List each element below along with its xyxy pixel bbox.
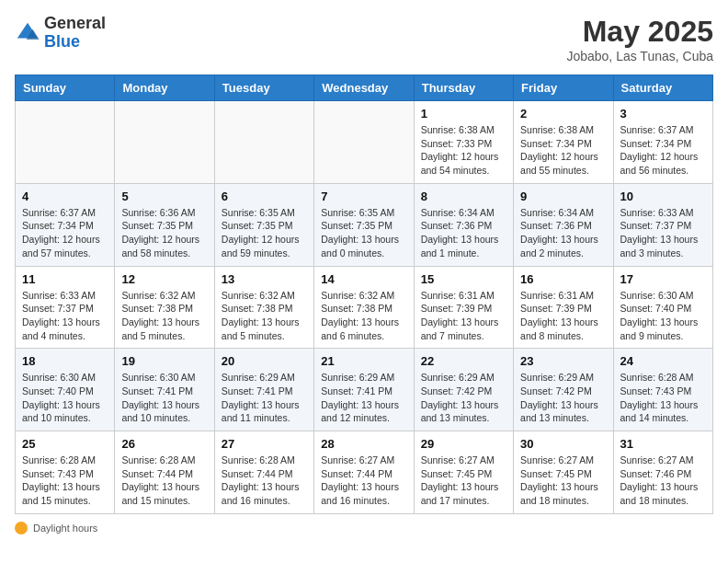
day-info: Sunrise: 6:29 AM Sunset: 7:42 PM Dayligh… (520, 371, 606, 425)
day-info: Sunrise: 6:30 AM Sunset: 7:40 PM Dayligh… (620, 289, 706, 343)
day-number: 24 (620, 354, 706, 368)
day-cell: 15Sunrise: 6:31 AM Sunset: 7:39 PM Dayli… (414, 266, 513, 349)
logo-general: General (44, 14, 106, 32)
day-cell: 29Sunrise: 6:27 AM Sunset: 7:45 PM Dayli… (414, 431, 513, 514)
day-cell: 28Sunrise: 6:27 AM Sunset: 7:44 PM Dayli… (314, 431, 414, 514)
day-cell: 26Sunrise: 6:28 AM Sunset: 7:44 PM Dayli… (115, 431, 214, 514)
day-number: 5 (121, 190, 207, 203)
day-info: Sunrise: 6:30 AM Sunset: 7:40 PM Dayligh… (22, 371, 108, 425)
day-cell: 3Sunrise: 6:37 AM Sunset: 7:34 PM Daylig… (613, 101, 712, 184)
day-cell: 9Sunrise: 6:34 AM Sunset: 7:36 PM Daylig… (514, 183, 613, 266)
day-number: 10 (620, 190, 706, 203)
title-area: May 2025 Jobabo, Las Tunas, Cuba (566, 15, 713, 63)
day-info: Sunrise: 6:38 AM Sunset: 7:34 PM Dayligh… (520, 123, 606, 178)
location: Jobabo, Las Tunas, Cuba (566, 49, 713, 63)
day-number: 17 (620, 272, 706, 286)
day-cell (214, 101, 313, 184)
day-number: 25 (22, 437, 108, 451)
day-info: Sunrise: 6:29 AM Sunset: 7:42 PM Dayligh… (421, 371, 506, 425)
day-cell: 11Sunrise: 6:33 AM Sunset: 7:37 PM Dayli… (16, 266, 115, 349)
calendar-table: SundayMondayTuesdayWednesdayThursdayFrid… (15, 75, 713, 514)
day-number: 4 (22, 190, 108, 203)
day-number: 2 (520, 107, 606, 121)
day-cell: 19Sunrise: 6:30 AM Sunset: 7:41 PM Dayli… (115, 349, 214, 431)
day-number: 27 (222, 437, 307, 451)
day-number: 26 (121, 437, 207, 451)
logo-blue: Blue (44, 32, 80, 51)
day-cell (314, 101, 414, 184)
day-cell: 25Sunrise: 6:28 AM Sunset: 7:43 PM Dayli… (16, 431, 115, 514)
day-info: Sunrise: 6:34 AM Sunset: 7:36 PM Dayligh… (520, 206, 606, 260)
day-info: Sunrise: 6:27 AM Sunset: 7:46 PM Dayligh… (620, 454, 706, 508)
day-cell: 2Sunrise: 6:38 AM Sunset: 7:34 PM Daylig… (514, 101, 613, 184)
day-cell: 8Sunrise: 6:34 AM Sunset: 7:36 PM Daylig… (414, 183, 513, 266)
day-info: Sunrise: 6:34 AM Sunset: 7:36 PM Dayligh… (421, 206, 506, 260)
day-cell: 7Sunrise: 6:35 AM Sunset: 7:35 PM Daylig… (314, 183, 414, 266)
day-cell: 17Sunrise: 6:30 AM Sunset: 7:40 PM Dayli… (613, 266, 712, 349)
footer-note: Daylight hours (15, 522, 713, 534)
day-number: 6 (222, 190, 307, 203)
day-number: 1 (421, 107, 506, 121)
calendar-header-tuesday: Tuesday (214, 75, 313, 101)
week-row-5: 25Sunrise: 6:28 AM Sunset: 7:43 PM Dayli… (16, 431, 713, 514)
day-number: 28 (321, 437, 406, 451)
day-number: 7 (321, 190, 406, 203)
day-cell: 10Sunrise: 6:33 AM Sunset: 7:37 PM Dayli… (613, 183, 712, 266)
day-info: Sunrise: 6:31 AM Sunset: 7:39 PM Dayligh… (421, 289, 506, 343)
calendar-header-row: SundayMondayTuesdayWednesdayThursdayFrid… (16, 75, 713, 101)
day-number: 20 (222, 354, 307, 368)
day-info: Sunrise: 6:35 AM Sunset: 7:35 PM Dayligh… (222, 206, 307, 260)
day-cell: 20Sunrise: 6:29 AM Sunset: 7:41 PM Dayli… (214, 349, 313, 431)
day-cell: 18Sunrise: 6:30 AM Sunset: 7:40 PM Dayli… (16, 349, 115, 431)
day-info: Sunrise: 6:38 AM Sunset: 7:33 PM Dayligh… (421, 123, 506, 178)
calendar-header-sunday: Sunday (16, 75, 115, 101)
calendar-header-monday: Monday (115, 75, 214, 101)
day-info: Sunrise: 6:36 AM Sunset: 7:35 PM Dayligh… (121, 206, 207, 260)
logo-icon (15, 20, 40, 46)
month-title: May 2025 (566, 15, 713, 49)
header: General Blue May 2025 Jobabo, Las Tunas,… (15, 15, 713, 63)
day-cell: 23Sunrise: 6:29 AM Sunset: 7:42 PM Dayli… (514, 349, 613, 431)
day-info: Sunrise: 6:27 AM Sunset: 7:45 PM Dayligh… (421, 454, 506, 508)
day-number: 16 (520, 272, 606, 286)
calendar-header-thursday: Thursday (414, 75, 513, 101)
day-cell (115, 101, 214, 184)
day-cell: 31Sunrise: 6:27 AM Sunset: 7:46 PM Dayli… (613, 431, 712, 514)
day-info: Sunrise: 6:33 AM Sunset: 7:37 PM Dayligh… (620, 206, 706, 260)
day-info: Sunrise: 6:29 AM Sunset: 7:41 PM Dayligh… (321, 371, 406, 425)
week-row-1: 1Sunrise: 6:38 AM Sunset: 7:33 PM Daylig… (16, 101, 713, 184)
day-info: Sunrise: 6:28 AM Sunset: 7:43 PM Dayligh… (620, 371, 706, 425)
day-number: 15 (421, 272, 506, 286)
sun-icon (15, 522, 28, 534)
day-cell: 6Sunrise: 6:35 AM Sunset: 7:35 PM Daylig… (214, 183, 313, 266)
day-number: 31 (620, 437, 706, 451)
day-cell: 30Sunrise: 6:27 AM Sunset: 7:45 PM Dayli… (514, 431, 613, 514)
day-cell: 1Sunrise: 6:38 AM Sunset: 7:33 PM Daylig… (414, 101, 513, 184)
day-info: Sunrise: 6:35 AM Sunset: 7:35 PM Dayligh… (321, 206, 406, 260)
day-info: Sunrise: 6:37 AM Sunset: 7:34 PM Dayligh… (620, 123, 706, 178)
day-number: 18 (22, 354, 108, 368)
day-cell (16, 101, 115, 184)
day-cell: 12Sunrise: 6:32 AM Sunset: 7:38 PM Dayli… (115, 266, 214, 349)
day-cell: 5Sunrise: 6:36 AM Sunset: 7:35 PM Daylig… (115, 183, 214, 266)
day-number: 19 (121, 354, 207, 368)
day-info: Sunrise: 6:28 AM Sunset: 7:44 PM Dayligh… (121, 454, 207, 508)
day-info: Sunrise: 6:28 AM Sunset: 7:44 PM Dayligh… (222, 454, 307, 508)
day-cell: 22Sunrise: 6:29 AM Sunset: 7:42 PM Dayli… (414, 349, 513, 431)
day-number: 14 (321, 272, 406, 286)
day-info: Sunrise: 6:33 AM Sunset: 7:37 PM Dayligh… (22, 289, 108, 343)
day-cell: 24Sunrise: 6:28 AM Sunset: 7:43 PM Dayli… (613, 349, 712, 431)
day-info: Sunrise: 6:32 AM Sunset: 7:38 PM Dayligh… (222, 289, 307, 343)
week-row-2: 4Sunrise: 6:37 AM Sunset: 7:34 PM Daylig… (16, 183, 713, 266)
day-number: 21 (321, 354, 406, 368)
day-number: 13 (222, 272, 307, 286)
day-number: 3 (620, 107, 706, 121)
calendar-header-wednesday: Wednesday (314, 75, 414, 101)
day-cell: 27Sunrise: 6:28 AM Sunset: 7:44 PM Dayli… (214, 431, 313, 514)
day-info: Sunrise: 6:32 AM Sunset: 7:38 PM Dayligh… (121, 289, 207, 343)
day-info: Sunrise: 6:28 AM Sunset: 7:43 PM Dayligh… (22, 454, 108, 508)
calendar-header-saturday: Saturday (613, 75, 712, 101)
day-info: Sunrise: 6:27 AM Sunset: 7:44 PM Dayligh… (321, 454, 406, 508)
day-number: 22 (421, 354, 506, 368)
day-info: Sunrise: 6:27 AM Sunset: 7:45 PM Dayligh… (520, 454, 606, 508)
